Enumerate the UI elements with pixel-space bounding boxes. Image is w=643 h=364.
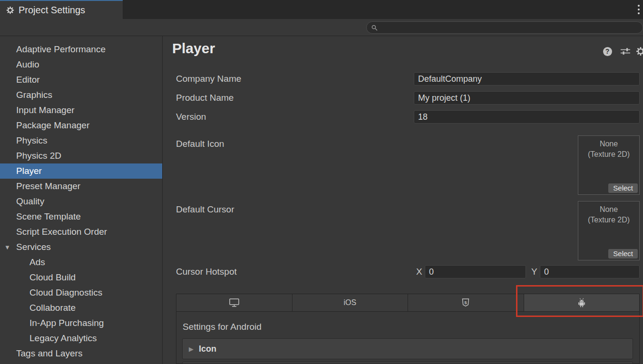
sidebar-item-textmesh-pro[interactable]: TextMesh Pro	[0, 361, 162, 364]
sidebar-item-graphics[interactable]: Graphics	[0, 87, 162, 103]
sidebar-item-scene-template[interactable]: Scene Template	[0, 209, 162, 224]
svg-text:5: 5	[465, 300, 467, 305]
search-icon[interactable]	[371, 25, 378, 31]
window-title: Project Settings	[19, 5, 85, 16]
help-icon[interactable]: ?	[603, 47, 612, 56]
android-icon	[577, 298, 586, 307]
default-cursor-select-button[interactable]: Select	[608, 249, 638, 259]
gear-icon[interactable]	[636, 47, 643, 56]
hotspot-y-label: Y	[531, 265, 541, 278]
sidebar-item-label: Package Manager	[16, 120, 89, 131]
gear-icon	[6, 6, 14, 14]
sidebar-item-audio[interactable]: Audio	[0, 57, 162, 72]
search-box[interactable]	[366, 21, 643, 34]
icon-foldout-label: Icon	[199, 344, 216, 354]
platform-settings-box: iOS 5	[176, 294, 640, 364]
next-foldout-partial[interactable]	[182, 362, 633, 364]
foldout-open-icon[interactable]: ▼	[4, 244, 10, 251]
sidebar-item-label: Preset Manager	[16, 181, 80, 192]
company-name-label: Company Name	[176, 72, 395, 86]
monitor-icon	[229, 298, 239, 307]
sidebar-item-label: Physics 2D	[16, 151, 61, 161]
sidebar-item-cloud-diagnostics[interactable]: Cloud Diagnostics	[0, 285, 162, 300]
sidebar-item-quality[interactable]: Quality	[0, 194, 162, 209]
hotspot-y-input[interactable]	[540, 265, 640, 278]
html5-icon: 5	[462, 298, 469, 307]
sidebar-item-cloud-build[interactable]: Cloud Build	[0, 270, 162, 285]
sidebar-item-input-manager[interactable]: Input Manager	[0, 103, 162, 118]
platform-tab-bar: iOS 5	[176, 294, 639, 312]
version-input[interactable]	[414, 110, 640, 124]
default-cursor-object-picker[interactable]: None (Texture 2D) Select	[578, 201, 640, 260]
sidebar-item-legacy-analytics[interactable]: Legacy Analytics	[0, 331, 162, 346]
icon-foldout[interactable]: ▶ Icon	[182, 338, 633, 359]
tab-ios[interactable]: iOS	[292, 294, 408, 311]
sidebar-item-ads[interactable]: Ads	[0, 255, 162, 270]
product-name-input[interactable]	[414, 91, 640, 105]
company-name-input[interactable]	[414, 72, 640, 86]
tab-android[interactable]	[524, 294, 640, 311]
sidebar-item-script-execution-order[interactable]: Script Execution Order	[0, 224, 162, 239]
sidebar-item-editor[interactable]: Editor	[0, 72, 162, 87]
player-settings-panel: Player ? Company N	[163, 36, 643, 364]
sidebar-item-label: Player	[16, 166, 42, 176]
sidebar-item-label: Tags and Layers	[16, 348, 82, 359]
hotspot-x-input[interactable]	[425, 265, 526, 278]
sidebar-item-label: Collaborate	[29, 303, 76, 313]
version-label: Version	[176, 110, 395, 124]
sidebar-item-physics-2d[interactable]: Physics 2D	[0, 148, 162, 163]
sidebar-item-label: Quality	[16, 196, 44, 207]
tab-webgl[interactable]: 5	[408, 294, 524, 311]
foldout-closed-icon[interactable]: ▶	[189, 345, 194, 353]
default-icon-label: Default Icon	[176, 137, 395, 151]
sidebar-item-physics[interactable]: Physics	[0, 133, 162, 148]
settings-for-header: Settings for Android	[183, 322, 262, 332]
default-icon-select-button[interactable]: Select	[608, 183, 638, 193]
sidebar-item-label: Graphics	[16, 90, 52, 100]
ios-label: iOS	[343, 298, 356, 307]
toolbar	[0, 19, 643, 36]
sidebar-item-label: Physics	[16, 135, 47, 146]
search-input[interactable]	[381, 23, 638, 32]
sidebar-item-tags-and-layers[interactable]: Tags and Layers	[0, 346, 162, 361]
sidebar-item-label: In-App Purchasing	[29, 318, 104, 328]
sidebar-item-collaborate[interactable]: Collaborate	[0, 300, 162, 316]
titlebar: Project Settings	[0, 0, 643, 19]
sidebar-item-label: Ads	[29, 257, 45, 268]
project-settings-tab[interactable]: Project Settings	[0, 0, 123, 19]
sidebar-item-label: Services	[16, 242, 51, 252]
cursor-hotspot-label: Cursor Hotspot	[176, 265, 395, 278]
default-cursor-label: Default Cursor	[176, 203, 395, 216]
default-icon-object-picker[interactable]: None (Texture 2D) Select	[578, 135, 640, 195]
page-title: Player	[172, 40, 215, 57]
sidebar-item-preset-manager[interactable]: Preset Manager	[0, 179, 162, 194]
default-cursor-none-text: None (Texture 2D)	[578, 204, 639, 225]
sidebar-item-label: Legacy Analytics	[29, 333, 97, 344]
sidebar-item-label: Input Manager	[16, 105, 75, 115]
sidebar-item-package-manager[interactable]: Package Manager	[0, 118, 162, 133]
sidebar-item-label: Script Execution Order	[16, 227, 107, 237]
kebab-menu-icon[interactable]	[636, 3, 642, 16]
hotspot-x-label: X	[416, 265, 426, 278]
project-settings-window: Project Settings Adaptive PerformanceAud…	[0, 0, 643, 364]
tab-standalone[interactable]	[176, 294, 292, 311]
settings-category-list: Adaptive PerformanceAudioEditorGraphicsI…	[0, 36, 163, 364]
sidebar-item-label: Editor	[16, 75, 40, 85]
sidebar-item-adaptive-performance[interactable]: Adaptive Performance	[0, 42, 162, 57]
sidebar-item-in-app-purchasing[interactable]: In-App Purchasing	[0, 316, 162, 331]
presets-icon[interactable]	[621, 47, 630, 56]
product-name-label: Product Name	[176, 91, 395, 105]
sidebar-item-label: Cloud Diagnostics	[29, 287, 102, 298]
sidebar-item-player[interactable]: Player	[0, 163, 162, 179]
default-icon-none-text: None (Texture 2D)	[578, 139, 639, 160]
sidebar-item-services[interactable]: ▼Services	[0, 239, 162, 255]
sidebar-item-label: Scene Template	[16, 211, 81, 222]
sidebar-item-label: Adaptive Performance	[16, 44, 106, 55]
sidebar-item-label: Cloud Build	[29, 272, 76, 283]
sidebar-item-label: Audio	[16, 59, 39, 70]
